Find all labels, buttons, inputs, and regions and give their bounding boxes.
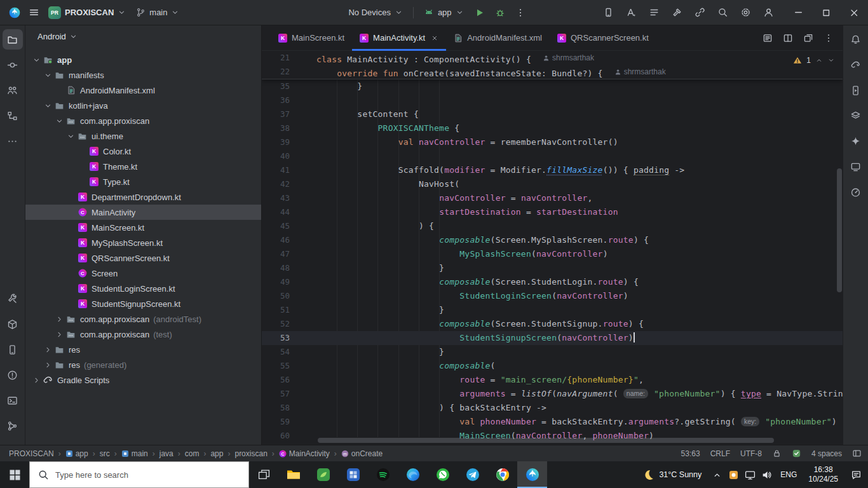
- account-icon[interactable]: [759, 3, 778, 22]
- tree-item-theme-kt[interactable]: KTheme.kt: [25, 159, 261, 174]
- branch-selector[interactable]: main: [131, 5, 184, 20]
- line-separator[interactable]: CRLF: [710, 449, 730, 458]
- tree-item-app[interactable]: app: [25, 52, 261, 67]
- list-box-icon[interactable]: [759, 29, 776, 47]
- ai-actions-icon[interactable]: [621, 3, 641, 22]
- code-line-38[interactable]: 38 PROXISCANTheme {: [262, 121, 843, 135]
- layout-icon[interactable]: [852, 449, 862, 458]
- tray-display-icon[interactable]: [742, 461, 758, 488]
- more-run-actions-icon[interactable]: [511, 3, 530, 22]
- tree-item-screen[interactable]: CScreen: [25, 266, 261, 281]
- action-center-icon[interactable]: [844, 461, 868, 488]
- code-line-43[interactable]: 43 navController = navController,: [262, 191, 843, 205]
- breadcrumb-app[interactable]: app: [65, 449, 88, 458]
- project-selector[interactable]: PR PROXISCAN: [43, 4, 131, 22]
- tree-item-color-kt[interactable]: KColor.kt: [25, 144, 261, 159]
- code-line-56[interactable]: 56 route = "main_screen/{phoneNumber}",: [262, 373, 843, 387]
- run-button[interactable]: [470, 3, 489, 22]
- tree-item-androidmanifest-xml[interactable]: AndroidManifest.xml: [25, 83, 261, 98]
- breadcrumb-proxiscan[interactable]: PROXISCAN: [9, 449, 54, 458]
- code-line-44[interactable]: 44 startDestination = startDestination: [262, 205, 843, 219]
- minimize-button[interactable]: [784, 0, 812, 25]
- code-line-50[interactable]: 50 StudentLoginScreen(navController): [262, 289, 843, 303]
- project-view-selector[interactable]: Android: [34, 30, 81, 43]
- code-line-36[interactable]: 36: [262, 93, 843, 107]
- tree-item-com-app-proxiscan[interactable]: com.app.proxiscan(test): [25, 327, 261, 342]
- clock-widget[interactable]: 16:38 10/24/25: [803, 465, 844, 484]
- build-variants-tool-icon[interactable]: [846, 105, 866, 126]
- maximize-button[interactable]: [812, 0, 840, 25]
- pull-requests-tool-icon[interactable]: [3, 80, 23, 100]
- taskbar-file-explorer-icon[interactable]: [278, 461, 308, 488]
- task-view-button[interactable]: [249, 461, 278, 488]
- tree-item-mysplashscreen-kt[interactable]: KMySplashScreen.kt: [25, 235, 261, 250]
- device-selector[interactable]: No Devices: [343, 5, 407, 20]
- taskbar-android-studio-icon[interactable]: [517, 461, 547, 488]
- todo-list-icon[interactable]: [644, 3, 663, 22]
- tree-item-mainscreen-kt[interactable]: KMainScreen.kt: [25, 220, 261, 235]
- code-line-57[interactable]: 57 arguments = listOf(navArgument( name:…: [262, 387, 843, 401]
- tree-item-manifests[interactable]: manifests: [25, 67, 261, 83]
- close-button[interactable]: [840, 0, 868, 25]
- code-line-53[interactable]: 53 StudentSignupScreen(navController): [262, 331, 843, 345]
- read-only-lock-icon[interactable]: [772, 449, 782, 458]
- code-line-49[interactable]: 49 composable(Screen.StudentLogin.route)…: [262, 275, 843, 289]
- horizontal-scrollbar[interactable]: [318, 438, 774, 443]
- terminal-tool-icon[interactable]: [3, 390, 23, 410]
- weather-widget[interactable]: 31°C Sunny: [635, 469, 709, 480]
- breadcrumb-com[interactable]: com: [185, 449, 200, 458]
- code-line-37[interactable]: 37 setContent {: [262, 107, 843, 121]
- running-devices-tool-icon[interactable]: [846, 80, 866, 100]
- main-menu-icon[interactable]: [24, 3, 43, 22]
- link-icon[interactable]: [690, 3, 709, 22]
- problems-tool-icon[interactable]: [3, 365, 23, 385]
- version-control-tool-icon[interactable]: [3, 416, 23, 436]
- caret-position[interactable]: 53:63: [681, 449, 700, 458]
- chevron-closed-icon[interactable]: [31, 376, 42, 384]
- kebab-icon[interactable]: [820, 29, 837, 47]
- tree-item-ui-theme[interactable]: ui.theme: [25, 128, 261, 144]
- language-indicator[interactable]: ENG: [775, 470, 803, 479]
- code-line-51[interactable]: 51 }: [262, 303, 843, 317]
- code-line-59[interactable]: 59 val phoneNumber = backStackEntry.argu…: [262, 415, 843, 429]
- chevron-open-icon[interactable]: [42, 102, 53, 110]
- taskbar-search[interactable]: Type here to search: [29, 461, 249, 488]
- profiler-tool-icon[interactable]: [846, 182, 866, 202]
- hidden-icons-chevron[interactable]: [709, 461, 725, 488]
- more-tool-windows-tool-icon[interactable]: [3, 131, 23, 151]
- taskbar-telegram-icon[interactable]: [458, 461, 487, 488]
- tree-item-res[interactable]: res: [25, 342, 261, 357]
- inspections-widget[interactable]: 1: [793, 53, 835, 67]
- indent-setting[interactable]: 4 spaces: [811, 449, 842, 458]
- taskbar-edge-browser-icon[interactable]: [398, 461, 428, 488]
- chevron-closed-icon[interactable]: [42, 346, 53, 354]
- chevron-open-icon[interactable]: [31, 56, 42, 64]
- gemini-tool-icon[interactable]: [846, 131, 866, 151]
- breadcrumb-oncreate[interactable]: monCreate: [341, 449, 383, 458]
- device-manager-tool-icon[interactable]: [3, 339, 23, 360]
- gear-icon[interactable]: [736, 3, 755, 22]
- float-icon[interactable]: [799, 29, 817, 47]
- previous-warning-icon[interactable]: [815, 57, 823, 64]
- tree-item-type-kt[interactable]: KType.kt: [25, 174, 261, 189]
- tray-tray-app-icon[interactable]: [725, 461, 742, 488]
- code-line-58[interactable]: 58 ) { backStackEntry ->: [262, 401, 843, 415]
- tab-androidmanifest-xml[interactable]: AndroidManifest.xml: [446, 25, 550, 50]
- chevron-closed-icon[interactable]: [53, 330, 65, 339]
- breadcrumb-main[interactable]: main: [121, 449, 148, 458]
- tree-item-res[interactable]: res(generated): [25, 357, 261, 372]
- build-hammer-icon[interactable]: [667, 3, 686, 22]
- code-line-42[interactable]: 42 NavHost(: [262, 177, 843, 191]
- commit-tool-icon[interactable]: [3, 55, 23, 75]
- taskbar-app-blue-icon[interactable]: [338, 461, 368, 488]
- code-line-41[interactable]: 41 Scaffold(modifier = Modifier.fillMaxS…: [262, 163, 843, 177]
- breadcrumb-src[interactable]: src: [100, 449, 110, 458]
- code-line-39[interactable]: 39 val navController = rememberNavContro…: [262, 135, 843, 149]
- tree-item-gradle-scripts[interactable]: Gradle Scripts: [25, 372, 261, 388]
- code-line-35[interactable]: 35 }: [262, 79, 843, 93]
- code-line-40[interactable]: 40: [262, 149, 843, 163]
- code-line-55[interactable]: 55 composable(: [262, 359, 843, 373]
- code-line-54[interactable]: 54 }: [262, 345, 843, 359]
- tree-item-com-app-proxiscan[interactable]: com.app.proxiscan(androidTest): [25, 311, 261, 327]
- taskbar-chrome-icon[interactable]: [487, 461, 517, 488]
